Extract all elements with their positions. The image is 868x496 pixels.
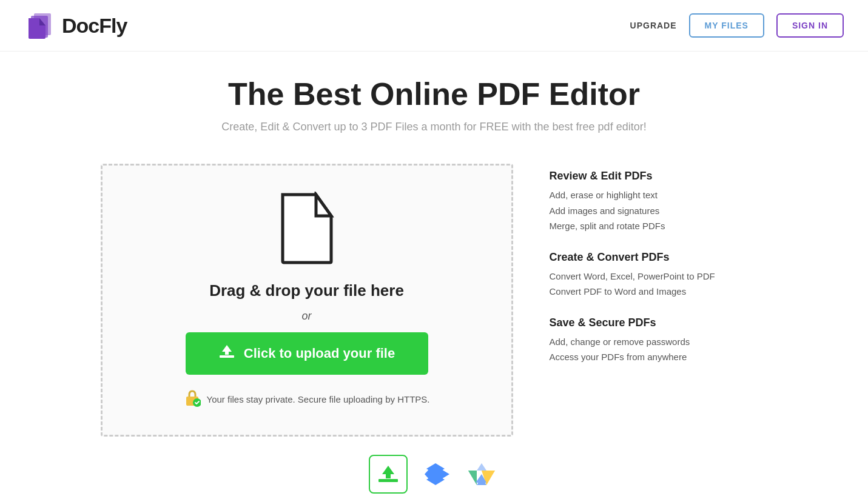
drag-drop-label: Drag & drop your file here xyxy=(209,281,404,300)
google-drive-source-button[interactable] xyxy=(463,456,500,492)
upload-button-label: Click to upload your file xyxy=(244,346,395,361)
dropbox-source-button[interactable] xyxy=(417,456,454,492)
hero-subtitle: Create, Edit & Convert up to 3 PDF Files… xyxy=(12,121,856,133)
upload-icon xyxy=(218,343,235,364)
sign-in-button[interactable]: SIGN IN xyxy=(776,13,844,38)
feature-create-convert: Create & Convert PDFs Convert Word, Exce… xyxy=(550,251,768,300)
feature-convert-item-1: Convert Word, Excel, PowerPoint to PDF xyxy=(550,269,768,284)
svg-rect-2 xyxy=(220,355,234,358)
upload-button[interactable]: Click to upload your file xyxy=(186,332,428,375)
feature-review-edit: Review & Edit PDFs Add, erase or highlig… xyxy=(550,170,768,234)
feature-secure-item-2: Access your PDFs from anywhere xyxy=(550,349,768,365)
feature-convert-title: Create & Convert PDFs xyxy=(550,251,768,264)
header: DocFly UPGRADE MY FILES SIGN IN xyxy=(0,0,868,52)
feature-secure-item-1: Add, change or remove passwords xyxy=(550,334,768,350)
feature-review-item-2: Add images and signatures xyxy=(550,203,768,219)
or-label: or xyxy=(301,310,311,323)
hero-section: The Best Online PDF Editor Create, Edit … xyxy=(0,52,868,146)
feature-convert-item-2: Convert PDF to Word and Images xyxy=(550,284,768,300)
logo-icon xyxy=(24,10,56,41)
upgrade-link[interactable]: UPGRADE xyxy=(630,21,677,30)
svg-marker-8 xyxy=(382,466,394,478)
secure-text: Your files stay private. Secure file upl… xyxy=(184,389,430,409)
logo[interactable]: DocFly xyxy=(24,10,127,41)
main-content: Drag & drop your file here or Click to u… xyxy=(0,146,868,443)
my-files-button[interactable]: MY FILES xyxy=(689,13,764,38)
feature-save-secure: Save & Secure PDFs Add, change or remove… xyxy=(550,317,768,365)
feature-review-item-1: Add, erase or highlight text xyxy=(550,187,768,203)
bottom-source-icons xyxy=(0,443,868,496)
file-document-icon xyxy=(274,192,340,267)
upload-dropzone[interactable]: Drag & drop your file here or Click to u… xyxy=(101,164,513,437)
secure-label: Your files stay private. Secure file upl… xyxy=(207,394,430,404)
features-panel: Review & Edit PDFs Add, erase or highlig… xyxy=(550,164,768,382)
feature-review-title: Review & Edit PDFs xyxy=(550,170,768,183)
feature-secure-title: Save & Secure PDFs xyxy=(550,317,768,329)
upload-source-button[interactable] xyxy=(369,455,408,494)
svg-marker-3 xyxy=(222,345,232,355)
hero-title: The Best Online PDF Editor xyxy=(12,76,856,112)
logo-text: DocFly xyxy=(62,14,127,38)
nav-right: UPGRADE MY FILES SIGN IN xyxy=(630,13,844,38)
svg-rect-7 xyxy=(378,479,398,482)
lock-icon xyxy=(184,389,201,409)
feature-review-item-3: Merge, split and rotate PDFs xyxy=(550,218,768,234)
